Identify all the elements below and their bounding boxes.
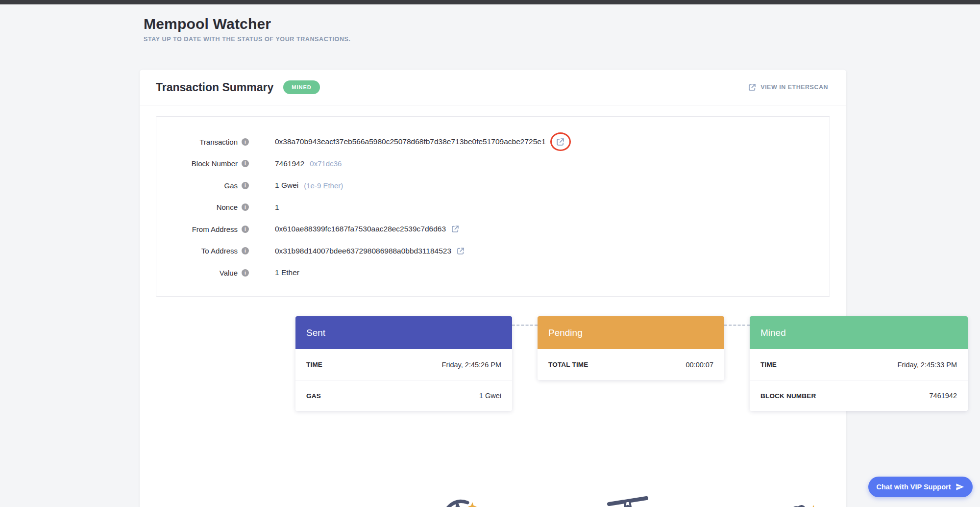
stage-cards-row: Sent TIME Friday, 2:45:26 PM GAS 1 Gwei … [295, 316, 968, 412]
from-address-value: 0x610ae88399fc1687fa7530aac28ec2539c7d6d… [275, 225, 446, 233]
info-icon[interactable]: i [242, 269, 249, 277]
stage-row-value: Friday, 2:45:33 PM [898, 361, 957, 369]
detail-row-nonce: Nonce i 1 [156, 197, 830, 219]
stage-row-label: TIME [306, 361, 322, 368]
handcar-icon [603, 491, 652, 507]
detail-row-block-number: Block Number i 7461942 0x71dc36 [156, 153, 830, 175]
stage-card-mined: Mined TIME Friday, 2:45:33 PM BLOCK NUMB… [750, 316, 968, 411]
stage-connector [724, 325, 750, 326]
stage-mined-header: Mined [750, 316, 968, 349]
stage-card-pending: Pending TOTAL TIME 00:00:07 [538, 316, 724, 380]
gas-ether-equivalent: (1e-9 Ether) [304, 181, 343, 190]
nonce-value: 1 [275, 203, 279, 212]
stage-sent-header: Sent [295, 316, 512, 349]
block-number-hex: 0x71dc36 [310, 159, 342, 168]
info-icon[interactable]: i [242, 226, 249, 233]
info-icon[interactable]: i [242, 160, 249, 167]
detail-row-gas: Gas i 1 Gwei (1e-9 Ether) [156, 175, 830, 197]
etherscan-link-label: VIEW IN ETHERSCAN [760, 84, 828, 91]
minecart-icon [777, 501, 821, 507]
to-address-label: To Address [201, 247, 238, 255]
stage-row: TIME Friday, 2:45:26 PM [295, 349, 512, 380]
from-address-label: From Address [192, 225, 238, 233]
stage-row: BLOCK NUMBER 7461942 [750, 380, 968, 411]
external-link-icon [748, 83, 756, 91]
stage-connector [512, 325, 538, 326]
stage-row: TIME Friday, 2:45:33 PM [750, 349, 968, 380]
transaction-hash: 0x38a70b943eacf37eb566a5980c25078d68fb7d… [275, 137, 546, 146]
stage-row-label: GAS [306, 392, 321, 400]
info-icon[interactable]: i [242, 247, 249, 254]
top-bar [0, 0, 980, 4]
transaction-label: Transaction [199, 138, 238, 146]
card-title: Transaction Summary [156, 81, 273, 94]
nonce-label: Nonce [217, 203, 238, 211]
stage-row: TOTAL TIME 00:00:07 [538, 349, 724, 380]
stage-pending-header: Pending [538, 316, 724, 349]
stage-row-value: Friday, 2:45:26 PM [442, 361, 501, 369]
view-in-etherscan-link[interactable]: VIEW IN ETHERSCAN [748, 83, 828, 91]
stage-row-label: TIME [760, 361, 777, 368]
block-number-value: 7461942 [275, 159, 304, 168]
external-link-icon[interactable] [556, 138, 564, 146]
red-circle-annotation [550, 132, 571, 151]
gas-value: 1 Gwei [275, 181, 298, 190]
detail-row-value: Value i 1 Ether [156, 262, 830, 284]
value-label: Value [220, 269, 238, 277]
stage-row-label: BLOCK NUMBER [760, 392, 816, 400]
value-value: 1 Ether [275, 268, 299, 277]
stage-row-value: 1 Gwei [479, 392, 501, 400]
stage-row: GAS 1 Gwei [295, 380, 512, 411]
external-link-icon[interactable] [457, 247, 465, 255]
stage-icons-row [295, 461, 968, 507]
card-header: Transaction Summary MINED VIEW IN ETHERS… [140, 70, 846, 105]
external-link-icon[interactable] [451, 225, 459, 233]
column-divider [257, 117, 257, 296]
detail-row-from-address: From Address i 0x610ae88399fc1687fa7530a… [156, 218, 830, 240]
detail-row-to-address: To Address i 0x31b98d14007bdee6372980869… [156, 240, 830, 262]
page-header: Mempool Watcher STAY UP TO DATE WITH THE… [144, 16, 351, 43]
block-number-label: Block Number [192, 159, 238, 168]
page-subtitle: STAY UP TO DATE WITH THE STATUS OF YOUR … [144, 36, 351, 43]
stage-row-value: 7461942 [930, 392, 957, 400]
chat-button-label: Chat with VIP Support [877, 483, 951, 491]
stage-card-sent: Sent TIME Friday, 2:45:26 PM GAS 1 Gwei [295, 316, 512, 411]
to-address-value: 0x31b98d14007bdee637298086988a0bbd311845… [275, 247, 451, 255]
pickaxe-icon [440, 496, 484, 507]
gas-label: Gas [224, 181, 238, 190]
info-icon[interactable]: i [242, 182, 249, 189]
paper-plane-icon [956, 482, 964, 491]
info-icon[interactable]: i [242, 138, 249, 146]
stage-row-value: 00:00:07 [686, 361, 713, 369]
page-title: Mempool Watcher [144, 16, 351, 32]
detail-row-transaction: Transaction i 0x38a70b943eacf37eb566a598… [156, 131, 830, 153]
info-icon[interactable]: i [242, 203, 249, 211]
stage-row-label: TOTAL TIME [548, 361, 588, 368]
status-badge: MINED [283, 80, 319, 94]
transaction-details-panel: Transaction i 0x38a70b943eacf37eb566a598… [156, 116, 830, 297]
chat-with-support-button[interactable]: Chat with VIP Support [868, 477, 973, 497]
transaction-summary-card: Transaction Summary MINED VIEW IN ETHERS… [140, 70, 846, 507]
